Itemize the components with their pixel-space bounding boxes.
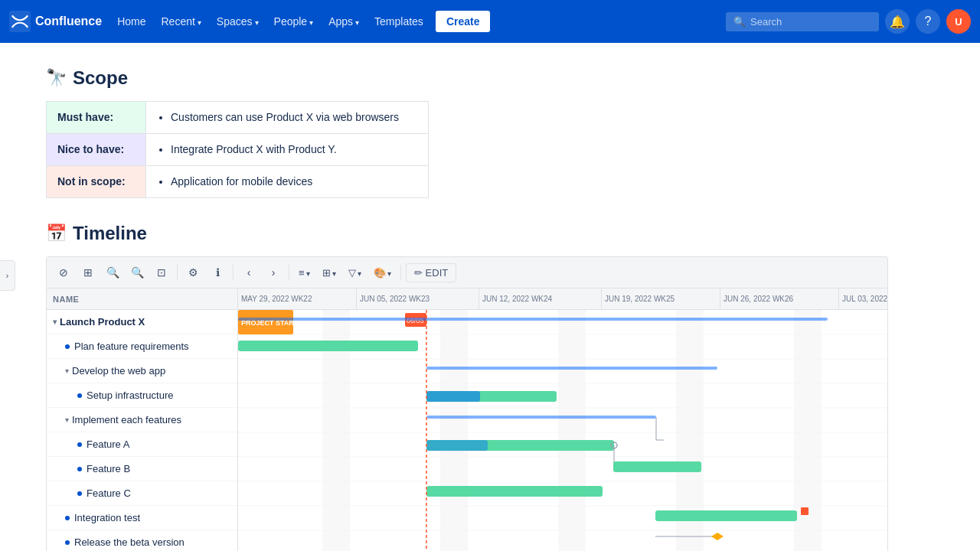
timeline-section: 📅 Timeline ⊘ ⊞ 🔍 🔍 ⊡ ⚙ ℹ ‹ › ≡ <box>46 223 888 551</box>
logo-text: Confluence <box>35 15 102 28</box>
gantt-toolbar: ⊘ ⊞ 🔍 🔍 ⊡ ⚙ ℹ ‹ › ≡ ⊞ <box>47 257 887 289</box>
page-content: 🔭 Scope Must have: Customers can use Pro… <box>0 43 919 551</box>
svg-rect-34 <box>426 486 603 497</box>
week-label-6: JUL 03, 2022 WK2... <box>839 289 887 309</box>
search-bar[interactable]: 🔍 Search <box>726 12 879 31</box>
scope-table: Must have: Customers can use Product X v… <box>46 101 429 198</box>
task-row-inttest[interactable]: Integration test <box>47 506 237 530</box>
toolbar-back-btn[interactable]: ⊘ <box>53 262 74 283</box>
user-avatar[interactable]: U <box>946 9 971 34</box>
create-button[interactable]: Create <box>436 11 491 32</box>
nav-bar: Confluence Home Recent Spaces People App… <box>0 0 980 43</box>
svg-rect-22 <box>238 341 418 351</box>
week-label-5: JUN 26, 2022 WK26 <box>720 289 839 309</box>
svg-rect-33 <box>613 461 701 472</box>
task-row-beta[interactable]: Release the beta version <box>47 530 237 551</box>
toolbar-list-view-btn[interactable]: ≡ <box>294 264 315 282</box>
svg-marker-40 <box>711 533 724 540</box>
task-row-features[interactable]: Implement each features <box>47 408 237 432</box>
dot-featureA <box>77 442 82 447</box>
toolbar-fit-btn[interactable]: ⊡ <box>151 262 172 283</box>
toolbar-nav-right[interactable]: › <box>263 262 284 283</box>
toolbar-edit-btn[interactable]: ✏ EDIT <box>406 263 457 282</box>
svg-rect-26 <box>426 416 656 419</box>
scope-row-not: Not in scope: Application for mobile dev… <box>47 166 429 198</box>
scope-value-not: Application for mobile devices <box>146 166 429 198</box>
task-row-featureC[interactable]: Feature C <box>47 481 237 506</box>
svg-rect-25 <box>426 391 480 402</box>
scope-label-nice: Nice to have: <box>47 134 146 166</box>
gantt-container: ⊘ ⊞ 🔍 🔍 ⊡ ⚙ ℹ ‹ › ≡ ⊞ <box>46 256 888 551</box>
nav-people[interactable]: People <box>268 11 320 32</box>
scope-value-must: Customers can use Product X via web brow… <box>146 102 429 134</box>
nav-spaces[interactable]: Spaces <box>211 11 265 32</box>
task-row-featureB[interactable]: Feature B <box>47 457 237 481</box>
week-label-2: JUN 05, 2022 WK23 <box>357 289 479 309</box>
toolbar-nav-left[interactable]: ‹ <box>238 262 260 283</box>
expand-webapp[interactable] <box>65 367 69 375</box>
scope-title: 🔭 Scope <box>46 67 888 89</box>
nav-right: 🔍 Search 🔔 ? U <box>726 9 971 34</box>
toolbar-settings-btn[interactable]: ⚙ <box>182 262 204 283</box>
toolbar-zoom-out-btn[interactable]: 🔍 <box>102 262 123 283</box>
timeline-emoji: 📅 <box>46 223 67 243</box>
nav-templates[interactable]: Templates <box>368 11 430 32</box>
task-row-webapp[interactable]: Develop the web app <box>47 359 237 383</box>
apps-chevron <box>355 15 359 28</box>
week-label-1: MAY 29, 2022 WK22 <box>238 289 357 309</box>
recent-chevron <box>198 15 201 28</box>
nav-apps[interactable]: Apps <box>322 11 365 32</box>
scope-row-must: Must have: Customers can use Product X v… <box>47 102 429 134</box>
gantt-names: NAME Launch Product X Plan feature requi… <box>47 289 238 551</box>
sep3 <box>289 265 289 280</box>
notifications-button[interactable]: 🔔 <box>885 9 910 34</box>
scope-section: 🔭 Scope Must have: Customers can use Pro… <box>46 67 888 198</box>
list-chevron <box>306 267 310 279</box>
expand-features[interactable] <box>65 416 69 424</box>
toolbar-zoom-in-btn[interactable]: 🔍 <box>126 262 148 283</box>
sidebar-toggle[interactable]: › <box>0 260 15 291</box>
gantt-svg: PROJECT START 06/05 <box>238 310 887 551</box>
sep1 <box>177 265 178 280</box>
expand-launch[interactable] <box>53 318 57 326</box>
filter-icon: ▽ <box>348 267 356 279</box>
toolbar-expand-btn[interactable]: ⊞ <box>77 262 99 283</box>
nav-recent[interactable]: Recent <box>155 11 207 32</box>
scope-row-nice: Nice to have: Integrate Product X with P… <box>47 134 429 166</box>
svg-rect-35 <box>655 510 797 521</box>
toolbar-info-btn[interactable]: ℹ <box>207 262 228 283</box>
toolbar-grid-view-btn[interactable]: ⊞ <box>318 264 341 282</box>
sep4 <box>400 265 401 280</box>
svg-rect-23 <box>426 367 717 370</box>
toolbar-filter-btn[interactable]: ▽ <box>344 264 366 282</box>
scope-emoji: 🔭 <box>46 68 67 88</box>
dot-featureC <box>77 491 82 496</box>
task-row-launch[interactable]: Launch Product X <box>47 310 237 334</box>
color-chevron <box>387 267 391 279</box>
svg-rect-2 <box>440 310 468 551</box>
task-row-featureA[interactable]: Feature A <box>47 432 237 457</box>
weeks-header: MAY 29, 2022 WK22 JUN 05, 2022 WK23 JUN … <box>238 289 887 310</box>
search-icon: 🔍 <box>733 16 746 28</box>
sep2 <box>233 265 234 280</box>
dot-beta <box>65 540 70 545</box>
svg-rect-36 <box>801 507 808 515</box>
grid-icon: ⊞ <box>322 267 331 279</box>
week-label-3: JUN 12, 2022 WK24 <box>479 289 602 309</box>
scope-label-must: Must have: <box>47 102 146 134</box>
help-button[interactable]: ? <box>916 9 940 34</box>
task-row-infra[interactable]: Setup infrastructure <box>47 383 237 408</box>
search-placeholder: Search <box>750 16 782 28</box>
week-label-4: JUN 19, 2022 WK25 <box>602 289 720 309</box>
dot-featureB <box>77 467 82 471</box>
name-column-header: NAME <box>47 289 237 310</box>
gantt-body: NAME Launch Product X Plan feature requi… <box>47 289 887 551</box>
nav-logo[interactable]: Confluence <box>9 11 102 32</box>
timeline-title: 📅 Timeline <box>46 223 888 244</box>
toolbar-color-btn[interactable]: 🎨 <box>369 264 396 282</box>
task-row-plan[interactable]: Plan feature requirements <box>47 334 237 359</box>
color-icon: 🎨 <box>374 267 386 279</box>
dot-infra <box>77 393 82 398</box>
nav-home[interactable]: Home <box>111 11 152 32</box>
grid-chevron <box>332 267 336 279</box>
